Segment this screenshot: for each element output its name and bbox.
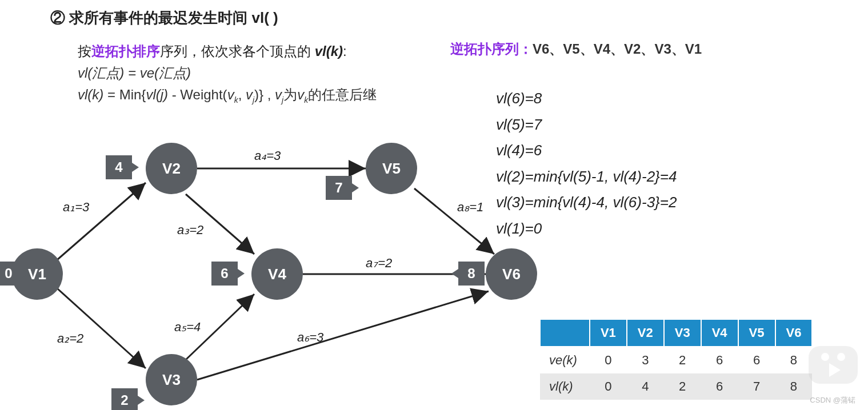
text: vl(j) <box>146 87 168 102</box>
tag-v1: 0 <box>0 262 22 286</box>
instruction-line-1: 按逆拓扑排序序列，依次求各个顶点的 vl(k): <box>78 42 347 61</box>
label-a2: a₂=2 <box>57 331 83 346</box>
text: vl(k) <box>78 87 103 102</box>
label-a4: a₄=3 <box>254 148 281 163</box>
aoe-graph: V1 V2 V3 V4 V5 V6 0 4 2 6 7 8 a₁=3 a₂=2 … <box>0 114 537 410</box>
cell: 6 <box>738 347 775 373</box>
label-a3: a₃=2 <box>177 223 203 238</box>
cell: 4 <box>627 373 664 400</box>
text: , <box>238 87 246 102</box>
cell: 0 <box>590 373 627 400</box>
label-a6: a₆=3 <box>297 330 323 345</box>
video-play-icon[interactable] <box>809 346 858 384</box>
tag-v2: 4 <box>106 155 132 179</box>
formula-vlk: vl(k) = Min{vl(j) - Weight(vk, vj)} , vj… <box>78 86 377 104</box>
edge-a2 <box>57 288 146 368</box>
cell: 2 <box>664 373 701 400</box>
label-a8: a₈=1 <box>457 200 483 215</box>
table-header: V4 <box>701 319 738 347</box>
label-a5: a₅=4 <box>174 320 201 335</box>
page-title: ② 求所有事件的最迟发生时间 vl( ) <box>50 8 278 28</box>
cell: 6 <box>701 373 738 400</box>
tag-v5: 7 <box>326 176 352 200</box>
edge-a1 <box>57 183 146 260</box>
tag-v6: 8 <box>458 262 485 286</box>
text: = Min{ <box>103 87 146 102</box>
text: : <box>343 43 347 59</box>
watermark: CSDN @蒲锘 <box>810 395 855 405</box>
table-header: V3 <box>664 319 701 347</box>
keyword-reverse-topo: 逆拓扑排序 <box>91 43 160 59</box>
eq-vl6: vl(6)=8 <box>496 87 677 111</box>
reverse-sequence-value: V6、V5、V4、V2、V3、V1 <box>533 41 702 57</box>
text: v <box>275 87 282 102</box>
cell: 2 <box>664 347 701 373</box>
node-v5: V5 <box>366 143 417 194</box>
cell: 6 <box>701 347 738 373</box>
row-label-vl: vl(k) <box>540 373 590 400</box>
node-v2: V2 <box>146 143 197 194</box>
table-header: V6 <box>775 319 813 347</box>
cell: 8 <box>775 373 813 400</box>
table-header <box>540 319 590 347</box>
cell: 0 <box>590 347 627 373</box>
formula-sink: vl(汇点) = ve(汇点) <box>78 64 191 82</box>
cell: 7 <box>738 373 775 400</box>
text: )} , <box>254 87 275 102</box>
table-header: V2 <box>627 319 664 347</box>
text: 序列，依次求各个顶点的 <box>160 43 315 59</box>
text: v <box>227 87 234 102</box>
table-header-row: V1 V2 V3 V4 V5 V6 <box>540 319 812 347</box>
node-v3: V3 <box>146 354 197 405</box>
text: v <box>246 87 253 102</box>
text: - Weight( <box>168 87 227 102</box>
vlk-symbol: vl(k) <box>315 43 343 59</box>
tag-v3: 2 <box>111 388 138 410</box>
cell: 8 <box>775 347 813 373</box>
text: 按 <box>78 43 91 59</box>
node-v4: V4 <box>251 248 303 300</box>
label-a7: a₇=2 <box>366 256 392 271</box>
label-a1: a₁=3 <box>63 200 89 215</box>
cell: 3 <box>627 347 664 373</box>
table-row: ve(k) 0 3 2 6 6 8 <box>540 347 812 373</box>
text: k <box>234 95 238 104</box>
node-v6: V6 <box>486 248 537 300</box>
row-label-ve: ve(k) <box>540 347 590 373</box>
reverse-sequence: 逆拓扑序列：V6、V5、V4、V2、V3、V1 <box>450 40 702 58</box>
ve-vl-table: V1 V2 V3 V4 V5 V6 ve(k) 0 3 2 6 6 8 vl(k… <box>539 319 813 400</box>
table-row: vl(k) 0 4 2 6 7 8 <box>540 373 812 400</box>
text: v <box>297 87 304 102</box>
text: 为 <box>283 87 297 102</box>
tag-v4: 6 <box>211 262 238 286</box>
edge-a8 <box>414 188 494 254</box>
table-header: V1 <box>590 319 627 347</box>
table-header: V5 <box>738 319 775 347</box>
reverse-sequence-label: 逆拓扑序列： <box>450 41 533 57</box>
edge-a6 <box>197 291 489 380</box>
text: 的任意后继 <box>308 87 377 102</box>
